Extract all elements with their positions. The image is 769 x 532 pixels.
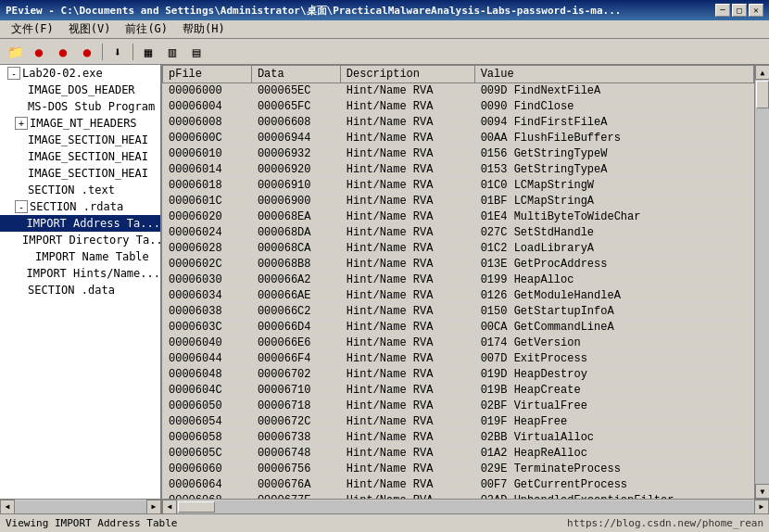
table-row[interactable]: 00006030000066A2Hint/Name RVA0199 HeapAl… bbox=[163, 272, 754, 288]
tree-item-section2[interactable]: IMAGE_SECTION_HEAI bbox=[0, 148, 160, 165]
table-row[interactable]: 00006044000066F4Hint/Name RVA007D ExitPr… bbox=[163, 351, 754, 367]
table-row[interactable]: 00006020000068EAHint/Name RVA01E4 MultiB… bbox=[163, 209, 754, 225]
back-button[interactable]: ● bbox=[28, 42, 50, 62]
table-cell: 0126 GetModuleHandleA bbox=[474, 288, 753, 304]
layout1-button[interactable]: ▦ bbox=[137, 42, 159, 62]
separator-2 bbox=[132, 44, 133, 60]
table-row[interactable]: 00006024000068DAHint/Name RVA027C SetStd… bbox=[163, 225, 754, 241]
table-row[interactable]: 00006004000065FCHint/Name RVA0090 FindCl… bbox=[163, 99, 754, 115]
table-cell: Hint/Name RVA bbox=[340, 477, 474, 493]
tree-item-import-hints[interactable]: IMPORT Hints/Name... bbox=[0, 265, 160, 282]
menu-file[interactable]: 文件(F) bbox=[4, 19, 61, 39]
tree-item-section-rdata[interactable]: - SECTION .rdata bbox=[0, 198, 160, 215]
table-cell: 00006000 bbox=[163, 83, 252, 99]
table-cell: 0000602C bbox=[163, 257, 252, 272]
table-row[interactable]: 000060640000676AHint/Name RVA00F7 GetCur… bbox=[163, 477, 754, 493]
tree-item-section1[interactable]: IMAGE_SECTION_HEAI bbox=[0, 132, 160, 148]
table-cell: 000066C2 bbox=[251, 304, 340, 320]
table-row[interactable]: 0000601C00006900Hint/Name RVA01BF LCMapS… bbox=[163, 194, 754, 209]
table-row[interactable]: 0000605000006718Hint/Name RVA02BF Virtua… bbox=[163, 399, 754, 414]
table-cell: 013E GetProcAddress bbox=[474, 257, 753, 272]
table-container[interactable]: pFile Data Description Value 00006000000… bbox=[162, 65, 754, 499]
table-cell: Hint/Name RVA bbox=[340, 194, 474, 209]
layout2-button[interactable]: ▥ bbox=[161, 42, 183, 62]
download-button[interactable]: ⬇ bbox=[107, 42, 129, 62]
tree-label-dos-header: IMAGE_DOS_HEADER bbox=[28, 83, 135, 96]
tree-label-msdos-stub: MS-DOS Stub Program bbox=[28, 100, 155, 113]
maximize-button[interactable]: □ bbox=[732, 4, 747, 17]
tree-item-nt-headers[interactable]: + IMAGE_NT_HEADERS bbox=[0, 115, 160, 132]
tree-item-lab20[interactable]: - Lab20-02.exe bbox=[0, 65, 160, 82]
tree-label-section1: IMAGE_SECTION_HEAI bbox=[28, 133, 148, 146]
table-row[interactable]: 0000600C00006944Hint/Name RVA00AA FlushF… bbox=[163, 131, 754, 146]
menu-help[interactable]: 帮助(H) bbox=[175, 19, 233, 39]
table-cell: Hint/Name RVA bbox=[340, 99, 474, 115]
table-cell: 00006008 bbox=[163, 115, 252, 131]
table-row[interactable]: 0000601000006932Hint/Name RVA0156 GetStr… bbox=[163, 146, 754, 162]
table-cell: 01C2 LoadLibraryA bbox=[474, 241, 753, 257]
tree-item-section3[interactable]: IMAGE_SECTION_HEAI bbox=[0, 165, 160, 182]
tree-item-import-name[interactable]: IMPORT Name Table bbox=[0, 248, 160, 265]
col-pfile: pFile bbox=[163, 66, 252, 83]
tree-label-import-hints: IMPORT Hints/Name... bbox=[27, 267, 161, 280]
table-cell: 000066AE bbox=[251, 288, 340, 304]
table-cell: Hint/Name RVA bbox=[340, 209, 474, 225]
table-cell: 0199 HeapAlloc bbox=[474, 272, 753, 288]
table-row[interactable]: 00006038000066C2Hint/Name RVA0150 GetSta… bbox=[163, 304, 754, 320]
table-header-row: pFile Data Description Value bbox=[163, 66, 754, 83]
h-scroll-thumb[interactable] bbox=[178, 501, 215, 513]
layout3-button[interactable]: ▤ bbox=[185, 42, 208, 62]
open-button[interactable]: 📁 bbox=[4, 42, 26, 62]
table-row[interactable]: 0000601400006920Hint/Name RVA0153 GetStr… bbox=[163, 162, 754, 178]
h-scroll-left-btn[interactable]: ◀ bbox=[0, 500, 15, 514]
table-cell: 02BF VirtualFree bbox=[474, 399, 753, 414]
table-cell: 00006058 bbox=[163, 430, 252, 446]
table-row[interactable]: 0000605800006738Hint/Name RVA02BB Virtua… bbox=[163, 430, 754, 446]
scroll-down-button[interactable]: ▼ bbox=[755, 484, 769, 499]
table-cell: 00006028 bbox=[163, 241, 252, 257]
h-scroll-left-btn2[interactable]: ◀ bbox=[162, 500, 177, 514]
h-scroll-right-btn2[interactable]: ▶ bbox=[754, 500, 769, 514]
table-cell: 00006018 bbox=[163, 178, 252, 194]
table-cell: 00006608 bbox=[251, 115, 340, 131]
tree-item-import-addr[interactable]: IMPORT Address Ta... bbox=[0, 215, 160, 232]
scroll-up-button[interactable]: ▲ bbox=[755, 65, 769, 80]
tree-item-msdos-stub[interactable]: MS-DOS Stub Program bbox=[0, 98, 160, 115]
table-row[interactable]: 0000604800006702Hint/Name RVA019D HeapDe… bbox=[163, 367, 754, 383]
table-row[interactable]: 0000605C00006748Hint/Name RVA01A2 HeapRe… bbox=[163, 446, 754, 462]
table-cell: 00006048 bbox=[163, 367, 252, 383]
table-cell: 00006900 bbox=[251, 194, 340, 209]
minimize-button[interactable]: ─ bbox=[715, 4, 730, 17]
table-row[interactable]: 0000600800006608Hint/Name RVA0094 FindFi… bbox=[163, 115, 754, 131]
table-row[interactable]: 0000606000006756Hint/Name RVA029E Termin… bbox=[163, 462, 754, 477]
close-button[interactable]: ✕ bbox=[749, 4, 763, 17]
table-cell: 000066E6 bbox=[251, 336, 340, 351]
table-row[interactable]: 00006028000068CAHint/Name RVA01C2 LoadLi… bbox=[163, 241, 754, 257]
table-cell: 00AA FlushFileBuffers bbox=[474, 131, 753, 146]
table-row[interactable]: 0000602C000068B8Hint/Name RVA013E GetPro… bbox=[163, 257, 754, 272]
table-row[interactable]: 00006040000066E6Hint/Name RVA0174 GetVer… bbox=[163, 336, 754, 351]
table-cell: 019F HeapFree bbox=[474, 414, 753, 430]
table-row[interactable]: 00006000000065ECHint/Name RVA009D FindNe… bbox=[163, 83, 754, 99]
table-cell: 0000603C bbox=[163, 320, 252, 336]
forward-button[interactable]: ● bbox=[52, 42, 74, 62]
table-row[interactable]: 0000604C00006710Hint/Name RVA019B HeapCr… bbox=[163, 383, 754, 399]
menu-view[interactable]: 视图(V) bbox=[61, 19, 119, 39]
tree-item-dos-header[interactable]: IMAGE_DOS_HEADER bbox=[0, 82, 160, 98]
tree-item-section-data[interactable]: SECTION .data bbox=[0, 282, 160, 298]
tree-item-import-dir[interactable]: IMPORT Directory Ta... bbox=[0, 232, 160, 248]
table-cell: 000068B8 bbox=[251, 257, 340, 272]
table-row[interactable]: 00006034000066AEHint/Name RVA0126 GetMod… bbox=[163, 288, 754, 304]
scroll-thumb[interactable] bbox=[756, 81, 769, 108]
table-row[interactable]: 000060540000672CHint/Name RVA019F HeapFr… bbox=[163, 414, 754, 430]
menu-bar: 文件(F) 视图(V) 前往(G) 帮助(H) bbox=[0, 20, 769, 39]
h-scroll-right-btn-left[interactable]: ▶ bbox=[146, 500, 161, 514]
table-row[interactable]: 0000601800006910Hint/Name RVA01C0 LCMapS… bbox=[163, 178, 754, 194]
menu-go[interactable]: 前往(G) bbox=[118, 19, 175, 39]
refresh-button[interactable]: ● bbox=[76, 42, 98, 62]
title-bar: PEview - C:\Documents and Settings\Admin… bbox=[0, 0, 769, 20]
table-cell: Hint/Name RVA bbox=[340, 336, 474, 351]
table-row[interactable]: 0000603C000066D4Hint/Name RVA00CA GetCom… bbox=[163, 320, 754, 336]
tree-item-section-text[interactable]: SECTION .text bbox=[0, 182, 160, 198]
vertical-scrollbar: ▲ ▼ bbox=[754, 65, 769, 499]
